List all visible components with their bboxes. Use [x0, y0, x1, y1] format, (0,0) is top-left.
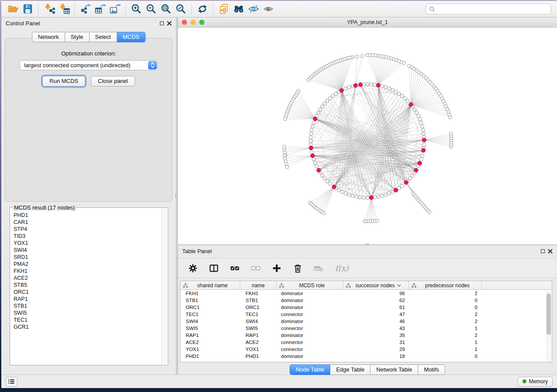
- table-row[interactable]: RAP1RAP1dominator352: [180, 332, 552, 339]
- import-network-button[interactable]: [42, 2, 56, 16]
- graph-node[interactable]: [387, 192, 391, 195]
- graph-node[interactable]: [418, 117, 422, 121]
- close-panel-icon[interactable]: [548, 249, 553, 254]
- mcds-hub-node[interactable]: [394, 188, 398, 192]
- mcds-result-item[interactable]: RAP1: [14, 296, 161, 303]
- function-builder-button[interactable]: f(x): [335, 264, 349, 273]
- mcds-hub-node[interactable]: [369, 196, 373, 199]
- graph-node[interactable]: [400, 94, 404, 98]
- graph-leaf-node[interactable]: [307, 78, 310, 82]
- graph-leaf-node[interactable]: [284, 117, 287, 121]
- mcds-result-item[interactable]: PMA2: [14, 261, 161, 268]
- close-panel-button[interactable]: Close panel: [91, 76, 135, 86]
- mcds-hub-node[interactable]: [414, 168, 418, 172]
- graph-node[interactable]: [325, 179, 329, 183]
- mcds-result-list[interactable]: PHD1CAR1STP4TID3YOX1SWI4SRD1PMA2FKH1ACE2…: [14, 212, 161, 364]
- network-window-titlebar[interactable]: YPA_prune.txt_1: [178, 17, 557, 28]
- mcds-hub-node[interactable]: [409, 103, 413, 107]
- select-all-button[interactable]: [230, 264, 239, 273]
- mcds-hub-node[interactable]: [339, 89, 343, 93]
- import-table-button[interactable]: [56, 2, 71, 16]
- table-scrollbar[interactable]: [546, 291, 551, 361]
- graph-node[interactable]: [422, 132, 426, 135]
- close-panel-icon[interactable]: [167, 21, 172, 26]
- graph-node[interactable]: [323, 102, 326, 105]
- graph-node[interactable]: [358, 196, 362, 199]
- search-box[interactable]: [426, 3, 551, 14]
- graph-node[interactable]: [315, 164, 318, 168]
- mcds-result-item[interactable]: YOX1: [14, 240, 161, 247]
- graph-node[interactable]: [310, 150, 313, 154]
- tab-network[interactable]: Network: [32, 32, 65, 42]
- export-image-button[interactable]: [107, 2, 122, 16]
- mcds-hub-node[interactable]: [311, 154, 315, 158]
- graph-node[interactable]: [415, 111, 419, 114]
- graph-node[interactable]: [344, 87, 347, 90]
- table-settings-button[interactable]: [188, 264, 197, 273]
- run-mcds-button[interactable]: Run MCDS: [42, 76, 85, 86]
- show-all-button[interactable]: [261, 2, 276, 16]
- graph-node[interactable]: [347, 193, 351, 196]
- graph-node[interactable]: [355, 195, 358, 199]
- graph-node[interactable]: [321, 174, 324, 177]
- mcds-result-item[interactable]: SWI5: [14, 309, 161, 316]
- graph-node[interactable]: [344, 192, 347, 195]
- graph-node[interactable]: [366, 196, 369, 199]
- mcds-result-item[interactable]: PHD1: [14, 212, 161, 219]
- graph-node[interactable]: [373, 83, 377, 86]
- table-row[interactable]: ORC1ORC1dominator610: [180, 304, 552, 311]
- graph-node[interactable]: [417, 114, 420, 118]
- graph-leaf-node[interactable]: [355, 55, 359, 58]
- mcds-result-item[interactable]: ACE2: [14, 275, 161, 282]
- graph-node[interactable]: [309, 139, 312, 143]
- clone-network-button[interactable]: [216, 2, 231, 16]
- mcds-result-item[interactable]: CAR1: [14, 219, 161, 226]
- tab-style[interactable]: Style: [65, 32, 90, 42]
- graph-node[interactable]: [381, 84, 384, 88]
- graph-node[interactable]: [351, 194, 354, 198]
- mcds-list-scrollbar[interactable]: [161, 209, 167, 364]
- tab-mcds[interactable]: MCDS: [117, 32, 145, 42]
- column-header-predecessor-nodes[interactable]: predecessor nodes: [409, 281, 482, 289]
- mcds-hub-node[interactable]: [317, 168, 321, 172]
- tab-network-table[interactable]: Network Table: [370, 364, 418, 375]
- mcds-hub-node[interactable]: [353, 83, 357, 87]
- graph-node[interactable]: [397, 92, 401, 96]
- hide-selected-button[interactable]: [246, 2, 261, 16]
- graph-node[interactable]: [419, 121, 423, 124]
- first-neighbors-button[interactable]: [231, 2, 246, 16]
- tab-node-table[interactable]: Node Table: [290, 364, 331, 375]
- graph-node[interactable]: [387, 87, 391, 90]
- mcds-result-item[interactable]: GCR1: [14, 323, 161, 330]
- refresh-view-button[interactable]: [195, 2, 210, 16]
- graph-node[interactable]: [313, 161, 317, 165]
- table-row[interactable]: SWI5SWI5connector431: [180, 325, 552, 332]
- panel-menu-button[interactable]: [6, 377, 17, 387]
- delete-column-button[interactable]: [293, 264, 302, 273]
- graph-node[interactable]: [309, 135, 312, 139]
- network-canvas[interactable]: [178, 28, 557, 244]
- mcds-result-item[interactable]: SWI4: [14, 247, 161, 254]
- open-file-button[interactable]: [5, 2, 20, 16]
- graph-node[interactable]: [366, 83, 369, 86]
- graph-node[interactable]: [400, 184, 404, 188]
- mcds-hub-node[interactable]: [332, 185, 336, 189]
- graph-node[interactable]: [384, 86, 387, 89]
- float-panel-icon[interactable]: [160, 21, 164, 25]
- network-graph[interactable]: [178, 28, 557, 243]
- save-session-button[interactable]: [20, 2, 35, 16]
- graph-leaf-node[interactable]: [360, 55, 364, 58]
- mcds-result-item[interactable]: ORC1: [14, 289, 161, 296]
- mcds-result-item[interactable]: SRD1: [14, 254, 161, 261]
- graph-leaf-node[interactable]: [428, 210, 431, 214]
- graph-node[interactable]: [328, 96, 332, 100]
- graph-node[interactable]: [422, 143, 426, 147]
- graph-node[interactable]: [310, 128, 313, 132]
- graph-node[interactable]: [411, 174, 414, 177]
- graph-leaf-node[interactable]: [376, 219, 379, 223]
- mcds-result-item[interactable]: STP4: [14, 226, 161, 233]
- graph-node[interactable]: [309, 132, 313, 135]
- graph-leaf-node[interactable]: [286, 165, 289, 169]
- mcds-result-item[interactable]: TEC1: [14, 316, 161, 323]
- table-row[interactable]: PHD1PHD1dominator180: [180, 353, 552, 360]
